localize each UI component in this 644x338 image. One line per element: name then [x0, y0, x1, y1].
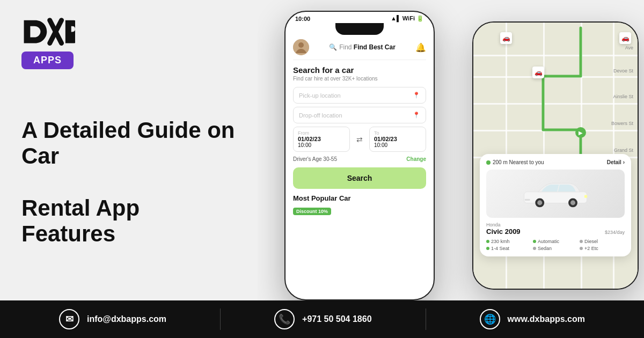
car-model: Civic 2009 — [486, 227, 521, 236]
svg-point-4 — [537, 200, 542, 205]
headline-line1: A Detailed Guide on Car — [21, 117, 236, 170]
phone-header: 🔍 Find Find Best Car 🔔 — [293, 35, 426, 60]
search-icon: 🔍 — [329, 43, 337, 51]
feat-seat-icon — [486, 247, 489, 250]
feature-fuel: Diesel — [580, 239, 625, 244]
phone-notch — [335, 23, 384, 35]
feature-transmission: Automatic — [533, 239, 578, 244]
svg-point-6 — [570, 200, 575, 205]
location-icon: 📍 — [413, 92, 420, 99]
dropoff-input[interactable]: Drop-off location 📍 — [293, 107, 426, 123]
from-date-box[interactable]: From 01/02/23 10:00 — [293, 127, 350, 152]
phone-content: 🔍 Find Find Best Car 🔔 Search for a car … — [286, 35, 434, 215]
status-icons: ▲▌ WiFi 🔋 — [391, 15, 424, 22]
bell-icon: 🔔 — [415, 42, 426, 53]
map-car-3: 🚗 — [619, 32, 631, 44]
feature-seat: 1-4 Seat — [486, 246, 531, 251]
footer-email-text: info@dxbapps.com — [87, 314, 166, 324]
footer-web: 🌐 www.dxbapps.com — [480, 309, 585, 329]
apps-badge: APPS — [21, 52, 74, 69]
to-date: 01/02/23 — [374, 136, 421, 142]
footer-divider-1 — [220, 308, 221, 330]
map-arrow: ▶ — [575, 127, 586, 138]
map-card: 200 m Nearest to you Detail › — [480, 154, 631, 256]
car-image — [486, 170, 625, 218]
map-background: Ave Devoe St Ainslie St Bowers St Grand … — [473, 23, 638, 289]
svg-point-10 — [298, 42, 304, 48]
search-hint: 🔍 Find Find Best Car — [329, 43, 396, 51]
from-label: From — [298, 130, 345, 136]
map-car-1: 🚗 — [500, 32, 512, 44]
footer: ✉ info@dxbapps.com 📞 +971 50 504 1860 🌐 … — [0, 300, 644, 338]
popular-title: Most Popular Car — [293, 194, 426, 202]
search-section: Search for a car Find car hire at over 3… — [293, 65, 426, 215]
discount-badge: Discount 10% — [293, 208, 331, 215]
feat-type-icon — [533, 247, 536, 250]
car-features: 230 kmh Automatic Diesel 1-4 Seat — [486, 239, 625, 251]
section-sub: Find car hire at over 32K+ locations — [293, 76, 426, 82]
phone-back: Ave Devoe St Ainslie St Bowers St Grand … — [472, 21, 639, 290]
svg-rect-8 — [525, 199, 530, 201]
pickup-input[interactable]: Pick-up location 📍 — [293, 87, 426, 104]
feature-speed: 230 kmh — [486, 239, 531, 244]
date-row: From 01/02/23 10:00 ⇄ To 01/02/23 10:00 — [293, 127, 426, 152]
car-svg — [521, 180, 590, 208]
car-price: $234/day — [605, 227, 625, 236]
feat-more-icon — [580, 247, 583, 250]
footer-divider-2 — [426, 308, 426, 330]
to-label: To — [374, 130, 421, 136]
footer-phone-text: +971 50 504 1860 — [302, 314, 371, 324]
main-content: APPS A Detailed Guide on Car Rental App … — [0, 0, 644, 300]
footer-email: ✉ info@dxbapps.com — [59, 309, 166, 329]
feature-type: Sedan — [533, 246, 578, 251]
logo-area: APPS — [21, 16, 236, 69]
footer-phone: 📞 +971 50 504 1860 — [274, 309, 371, 329]
feat-speed-icon — [486, 240, 489, 243]
left-panel: APPS A Detailed Guide on Car Rental App … — [0, 0, 258, 300]
web-icon-circle: 🌐 — [480, 309, 500, 329]
right-panel: Ave Devoe St Ainslie St Bowers St Grand … — [258, 0, 644, 300]
swap-icon[interactable]: ⇄ — [353, 133, 366, 146]
per-day: /day — [616, 230, 625, 235]
phone-icon: 📞 — [279, 313, 290, 325]
avatar — [293, 39, 309, 55]
nearest-dot — [486, 160, 491, 165]
svg-rect-7 — [584, 195, 587, 198]
headline: A Detailed Guide on Car Rental App Featu… — [21, 117, 236, 247]
car-brand: Honda — [486, 222, 521, 227]
location-icon-2: 📍 — [413, 112, 420, 119]
detail-link[interactable]: Detail › — [607, 159, 625, 165]
from-time: 10:00 — [298, 142, 345, 148]
nearest-badge: 200 m Nearest to you — [486, 159, 544, 165]
email-icon-circle: ✉ — [59, 309, 79, 329]
change-button[interactable]: Change — [406, 156, 426, 162]
footer-website-text: www.dxbapps.com — [508, 314, 585, 324]
pickup-label: Pick-up location — [299, 92, 341, 99]
to-date-box[interactable]: To 01/02/23 10:00 — [369, 127, 426, 152]
driver-age-row: Driver's Age 30-55 Change — [293, 156, 426, 162]
feat-trans-icon — [533, 240, 536, 243]
section-title: Search for a car — [293, 65, 426, 75]
phone-front: 10:00 ▲▌ WiFi 🔋 🔍 — [284, 11, 435, 300]
nearest-text: 200 m Nearest to you — [493, 159, 544, 165]
headline-line2: Rental App Features — [21, 195, 236, 247]
web-icon: 🌐 — [484, 313, 496, 325]
search-button[interactable]: Search — [293, 167, 426, 189]
dropoff-label: Drop-off location — [299, 112, 342, 119]
to-time: 10:00 — [374, 142, 421, 148]
email-icon: ✉ — [65, 313, 74, 325]
phone-icon-circle: 📞 — [274, 309, 295, 329]
dxb-logo — [21, 16, 75, 48]
map-card-header: 200 m Nearest to you Detail › — [486, 159, 625, 165]
from-date: 01/02/23 — [298, 136, 345, 142]
svg-rect-2 — [524, 192, 587, 203]
status-time: 10:00 — [295, 16, 310, 22]
car-name-area: Honda Civic 2009 — [486, 222, 521, 236]
car-info-row: Honda Civic 2009 $234/day — [486, 222, 625, 236]
driver-age-label: Driver's Age 30-55 — [293, 156, 337, 162]
status-bar: 10:00 ▲▌ WiFi 🔋 — [286, 12, 434, 23]
feature-more: +2 Etc — [580, 246, 625, 251]
feat-fuel-icon — [580, 240, 583, 243]
map-car-2: 🚗 — [532, 67, 544, 78]
